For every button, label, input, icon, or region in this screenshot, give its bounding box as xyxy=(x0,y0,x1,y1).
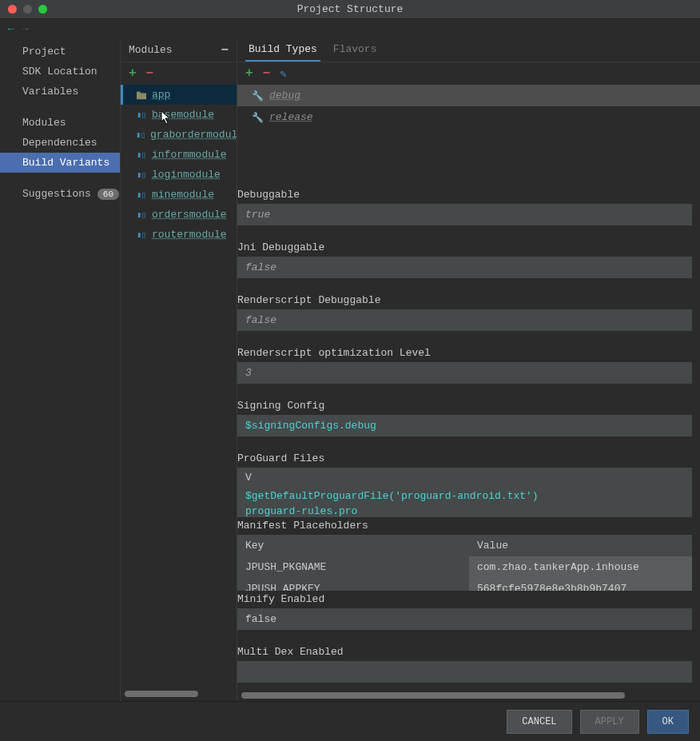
details-column: Build Types Flavors + − ✎ 🔧 debug 🔧 rele… xyxy=(237,38,700,701)
proguard-file-line2: proguard-rules.pro xyxy=(245,502,684,517)
prop-jni-input[interactable] xyxy=(237,257,692,278)
prop-minify-input[interactable] xyxy=(237,608,692,630)
edit-build-type-icon[interactable]: ✎ xyxy=(280,67,286,81)
manifest-key-header: Key xyxy=(245,540,477,552)
ok-button[interactable]: OK xyxy=(647,710,689,734)
prop-rsopt-label: Renderscript optimization Level xyxy=(237,342,692,362)
prop-rsdebug-input[interactable] xyxy=(237,309,692,331)
back-arrow-icon[interactable]: ← xyxy=(8,23,14,35)
sidebar-item-sdk-location[interactable]: SDK Location xyxy=(0,62,120,82)
apply-button[interactable]: APPLY xyxy=(580,710,639,734)
prop-rsopt-input[interactable] xyxy=(237,362,692,384)
prop-signing-label: Signing Config xyxy=(237,395,692,415)
window-title: Project Structure xyxy=(297,3,404,15)
module-label: informmodule xyxy=(152,149,227,161)
module-item-app[interactable]: app xyxy=(121,85,237,105)
prop-signing-input[interactable] xyxy=(237,415,692,436)
module-icon: ▮▯ xyxy=(136,170,147,180)
prop-debuggable-input[interactable] xyxy=(237,204,692,225)
wrench-icon: 🔧 xyxy=(252,112,263,123)
sidebar-item-label: Suggestions xyxy=(22,188,91,200)
module-icon: ▮▯ xyxy=(136,150,147,160)
folder-icon xyxy=(136,90,147,100)
module-item-ordersmodule[interactable]: ▮▯ ordersmodule xyxy=(121,205,237,225)
forward-arrow-icon[interactable]: → xyxy=(22,23,29,35)
manifest-key-cell: JPUSH_APPKEY xyxy=(237,578,469,591)
details-scrollbar[interactable] xyxy=(241,692,625,699)
module-icon: ▮▯ xyxy=(136,110,147,120)
proguard-file-line: $getDefaultProguardFile('proguard-androi… xyxy=(245,484,684,502)
modules-header: Modules xyxy=(129,44,173,56)
build-types-list: 🔧 debug 🔧 release xyxy=(237,85,700,128)
module-icon: ▮▯ xyxy=(136,210,147,220)
build-type-label: release xyxy=(269,111,313,123)
suggestions-badge: 60 xyxy=(97,189,119,200)
cancel-button[interactable]: CANCEL xyxy=(507,710,571,734)
manifest-value-cell: com.zhao.tankerApp.inhouse xyxy=(469,556,692,578)
module-item-informmodule[interactable]: ▮▯ informmodule xyxy=(121,145,237,165)
prop-jni-label: Jni Debuggable xyxy=(237,237,692,257)
maximize-window-icon[interactable] xyxy=(38,5,47,14)
manifest-value-cell: 568fcfe5978e8e3b8b9b7407 xyxy=(469,578,692,591)
sidebar-item-build-variants[interactable]: Build Variants xyxy=(0,153,120,173)
sidebar-item-project[interactable]: Project xyxy=(0,42,120,62)
prop-manifest-label: Manifest Placeholders xyxy=(237,517,692,535)
remove-build-type-icon[interactable]: − xyxy=(263,66,271,81)
tab-flavors[interactable]: Flavors xyxy=(330,38,380,62)
module-label: minemodule xyxy=(152,189,214,201)
modules-list: app ▮▯ basemodule ▮▯ grabordermodule ▮▯ … xyxy=(121,85,237,388)
module-icon: ▮▯ xyxy=(136,130,145,140)
build-type-debug[interactable]: 🔧 debug xyxy=(237,85,700,106)
tabs-row: Build Types Flavors xyxy=(237,38,700,62)
sidebar-item-dependencies[interactable]: Dependencies xyxy=(0,133,120,153)
manifest-key-cell: JPUSH_PKGNAME xyxy=(237,556,469,578)
manifest-row[interactable]: JPUSH_PKGNAME com.zhao.tankerApp.inhouse xyxy=(237,556,692,578)
module-icon: ▮▯ xyxy=(136,190,147,200)
module-item-basemodule[interactable]: ▮▯ basemodule xyxy=(121,105,237,125)
button-bar: CANCEL APPLY OK xyxy=(0,701,700,741)
module-item-minemodule[interactable]: ▮▯ minemodule xyxy=(121,185,237,205)
sidebar-item-modules[interactable]: Modules xyxy=(0,113,120,133)
remove-module-icon[interactable]: − xyxy=(146,66,154,81)
add-build-type-icon[interactable]: + xyxy=(245,66,253,81)
module-item-loginmodule[interactable]: ▮▯ loginmodule xyxy=(121,165,237,185)
prop-minify-label: Minify Enabled xyxy=(237,591,692,608)
module-label: app xyxy=(152,89,170,101)
collapse-icon[interactable]: − xyxy=(221,44,229,57)
add-module-icon[interactable]: + xyxy=(129,66,137,81)
module-label: routermodule xyxy=(152,229,227,241)
manifest-table: Key Value JPUSH_PKGNAME com.zhao.tankerA… xyxy=(237,535,692,591)
module-icon: ▮▯ xyxy=(136,230,147,240)
wrench-icon: 🔧 xyxy=(252,90,263,102)
minimize-window-icon[interactable] xyxy=(23,5,32,14)
prop-proguard-label: ProGuard Files xyxy=(237,448,692,468)
sidebar: Project SDK Location Variables Modules D… xyxy=(0,38,120,701)
prop-proguard-input[interactable]: V $getDefaultProguardFile('proguard-andr… xyxy=(237,468,692,517)
modules-column: Modules − + − app ▮▯ basemodule ▮▯ grabo… xyxy=(120,38,237,701)
module-label: grabordermodule xyxy=(150,129,237,141)
build-type-label: debug xyxy=(269,90,300,102)
properties-pane: Debuggable Jni Debuggable Renderscript D… xyxy=(237,184,700,690)
prop-multidex-label: Multi Dex Enabled xyxy=(237,641,692,661)
close-window-icon[interactable] xyxy=(8,5,17,14)
module-label: loginmodule xyxy=(152,169,221,181)
prop-multidex-input[interactable] xyxy=(237,661,692,683)
sidebar-item-variables[interactable]: Variables xyxy=(0,82,120,102)
title-bar: Project Structure xyxy=(0,0,700,19)
tab-build-types[interactable]: Build Types xyxy=(245,38,320,62)
module-item-routermodule[interactable]: ▮▯ routermodule xyxy=(121,225,237,245)
manifest-value-header: Value xyxy=(477,540,684,552)
build-type-release[interactable]: 🔧 release xyxy=(237,106,700,128)
modules-scrollbar[interactable] xyxy=(125,691,198,697)
nav-row: ← → xyxy=(0,19,700,38)
module-item-grabordermodule[interactable]: ▮▯ grabordermodule xyxy=(121,125,237,145)
module-label: ordersmodule xyxy=(152,209,227,221)
proguard-head: V xyxy=(245,472,684,484)
prop-rsdebug-label: Renderscript Debuggable xyxy=(237,289,692,309)
module-label: basemodule xyxy=(152,109,214,121)
manifest-row[interactable]: JPUSH_APPKEY 568fcfe5978e8e3b8b9b7407 xyxy=(237,578,692,591)
sidebar-item-suggestions[interactable]: Suggestions 60 xyxy=(0,184,120,204)
prop-debuggable-label: Debuggable xyxy=(237,184,692,204)
